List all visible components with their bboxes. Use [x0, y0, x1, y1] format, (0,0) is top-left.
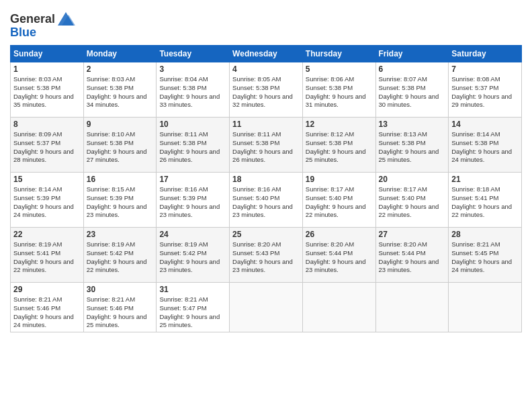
calendar-cell: 7Sunrise: 8:08 AMSunset: 5:37 PMDaylight… [449, 62, 522, 118]
day-number: 19 [306, 175, 373, 184]
day-number: 10 [159, 120, 226, 129]
cell-info: Sunrise: 8:16 AMSunset: 5:40 PMDaylight:… [232, 185, 300, 220]
cell-info: Sunrise: 8:17 AMSunset: 5:40 PMDaylight:… [379, 185, 446, 220]
cell-info: Sunrise: 8:21 AMSunset: 5:46 PMDaylight:… [87, 295, 154, 330]
logo-icon [56, 9, 75, 28]
calendar-cell: 23Sunrise: 8:19 AMSunset: 5:42 PMDayligh… [83, 228, 157, 283]
calendar-cell: 29Sunrise: 8:21 AMSunset: 5:46 PMDayligh… [11, 283, 84, 332]
calendar-cell: 15Sunrise: 8:14 AMSunset: 5:39 PMDayligh… [11, 173, 84, 228]
calendar-cell: 30Sunrise: 8:21 AMSunset: 5:46 PMDayligh… [83, 283, 157, 332]
day-number: 9 [87, 120, 154, 129]
day-number: 12 [306, 120, 373, 129]
calendar-cell: 27Sunrise: 8:20 AMSunset: 5:44 PMDayligh… [375, 228, 449, 283]
logo-general-text: General [10, 12, 55, 26]
calendar-cell: 17Sunrise: 8:16 AMSunset: 5:39 PMDayligh… [157, 173, 230, 228]
week-row-2: 8Sunrise: 8:09 AMSunset: 5:37 PMDaylight… [11, 118, 522, 173]
week-row-1: 1Sunrise: 8:03 AMSunset: 5:38 PMDaylight… [11, 62, 522, 118]
calendar-cell [449, 283, 522, 332]
weekday-header-row: SundayMondayTuesdayWednesdayThursdayFrid… [11, 46, 522, 62]
day-number: 2 [87, 64, 154, 74]
calendar-cell: 20Sunrise: 8:17 AMSunset: 5:40 PMDayligh… [375, 173, 449, 228]
day-number: 7 [451, 64, 519, 74]
day-number: 16 [87, 175, 154, 184]
calendar-cell [230, 283, 303, 332]
cell-info: Sunrise: 8:04 AMSunset: 5:38 PMDaylight:… [159, 75, 226, 109]
calendar-cell: 3Sunrise: 8:04 AMSunset: 5:38 PMDaylight… [157, 62, 230, 118]
calendar-cell [302, 283, 375, 332]
calendar-cell: 11Sunrise: 8:11 AMSunset: 5:38 PMDayligh… [230, 118, 303, 173]
calendar-cell: 31Sunrise: 8:21 AMSunset: 5:47 PMDayligh… [157, 283, 230, 332]
cell-info: Sunrise: 8:08 AMSunset: 5:37 PMDaylight:… [451, 75, 519, 109]
calendar-cell: 14Sunrise: 8:14 AMSunset: 5:38 PMDayligh… [449, 118, 522, 173]
cell-info: Sunrise: 8:03 AMSunset: 5:38 PMDaylight:… [87, 75, 154, 109]
cell-info: Sunrise: 8:15 AMSunset: 5:39 PMDaylight:… [87, 185, 154, 220]
week-row-3: 15Sunrise: 8:14 AMSunset: 5:39 PMDayligh… [11, 173, 522, 228]
calendar-cell: 25Sunrise: 8:20 AMSunset: 5:43 PMDayligh… [230, 228, 303, 283]
calendar-cell: 28Sunrise: 8:21 AMSunset: 5:45 PMDayligh… [449, 228, 522, 283]
week-row-4: 22Sunrise: 8:19 AMSunset: 5:41 PMDayligh… [11, 228, 522, 283]
weekday-header-saturday: Saturday [449, 46, 522, 62]
calendar-cell [375, 283, 449, 332]
logo: General Blue [10, 9, 75, 40]
day-number: 18 [232, 175, 300, 184]
day-number: 28 [451, 230, 519, 239]
calendar-cell: 21Sunrise: 8:18 AMSunset: 5:41 PMDayligh… [449, 173, 522, 228]
day-number: 13 [379, 120, 446, 129]
cell-info: Sunrise: 8:19 AMSunset: 5:42 PMDaylight:… [159, 240, 226, 275]
cell-info: Sunrise: 8:13 AMSunset: 5:38 PMDaylight:… [379, 130, 446, 165]
weekday-header-thursday: Thursday [302, 46, 375, 62]
weekday-header-friday: Friday [375, 46, 449, 62]
day-number: 23 [87, 230, 154, 239]
weekday-header-monday: Monday [83, 46, 157, 62]
calendar-cell: 19Sunrise: 8:17 AMSunset: 5:40 PMDayligh… [302, 173, 375, 228]
page-header: General Blue [10, 7, 522, 40]
calendar-cell: 2Sunrise: 8:03 AMSunset: 5:38 PMDaylight… [83, 62, 157, 118]
cell-info: Sunrise: 8:21 AMSunset: 5:46 PMDaylight:… [13, 295, 81, 330]
calendar-cell: 22Sunrise: 8:19 AMSunset: 5:41 PMDayligh… [11, 228, 84, 283]
calendar-cell: 18Sunrise: 8:16 AMSunset: 5:40 PMDayligh… [230, 173, 303, 228]
week-row-5: 29Sunrise: 8:21 AMSunset: 5:46 PMDayligh… [11, 283, 522, 332]
cell-info: Sunrise: 8:20 AMSunset: 5:44 PMDaylight:… [306, 240, 373, 275]
cell-info: Sunrise: 8:09 AMSunset: 5:37 PMDaylight:… [13, 130, 81, 165]
calendar-cell: 8Sunrise: 8:09 AMSunset: 5:37 PMDaylight… [11, 118, 84, 173]
cell-info: Sunrise: 8:16 AMSunset: 5:39 PMDaylight:… [159, 185, 226, 220]
calendar-cell: 10Sunrise: 8:11 AMSunset: 5:38 PMDayligh… [157, 118, 230, 173]
weekday-header-sunday: Sunday [11, 46, 84, 62]
calendar-cell: 16Sunrise: 8:15 AMSunset: 5:39 PMDayligh… [83, 173, 157, 228]
day-number: 24 [159, 230, 226, 239]
day-number: 11 [232, 120, 300, 129]
calendar-cell: 4Sunrise: 8:05 AMSunset: 5:38 PMDaylight… [230, 62, 303, 118]
cell-info: Sunrise: 8:10 AMSunset: 5:38 PMDaylight:… [87, 130, 154, 165]
cell-info: Sunrise: 8:07 AMSunset: 5:38 PMDaylight:… [379, 75, 446, 109]
cell-info: Sunrise: 8:03 AMSunset: 5:38 PMDaylight:… [13, 75, 81, 109]
calendar-cell: 26Sunrise: 8:20 AMSunset: 5:44 PMDayligh… [302, 228, 375, 283]
day-number: 27 [379, 230, 446, 239]
calendar-cell: 12Sunrise: 8:12 AMSunset: 5:38 PMDayligh… [302, 118, 375, 173]
cell-info: Sunrise: 8:11 AMSunset: 5:38 PMDaylight:… [232, 130, 300, 165]
day-number: 15 [13, 175, 81, 184]
calendar-cell: 24Sunrise: 8:19 AMSunset: 5:42 PMDayligh… [157, 228, 230, 283]
day-number: 31 [159, 285, 226, 294]
day-number: 20 [379, 175, 446, 184]
cell-info: Sunrise: 8:19 AMSunset: 5:42 PMDaylight:… [87, 240, 154, 275]
cell-info: Sunrise: 8:05 AMSunset: 5:38 PMDaylight:… [232, 75, 300, 109]
cell-info: Sunrise: 8:19 AMSunset: 5:41 PMDaylight:… [13, 240, 81, 275]
calendar-cell: 9Sunrise: 8:10 AMSunset: 5:38 PMDaylight… [83, 118, 157, 173]
cell-info: Sunrise: 8:17 AMSunset: 5:40 PMDaylight:… [306, 185, 373, 220]
cell-info: Sunrise: 8:21 AMSunset: 5:47 PMDaylight:… [159, 295, 226, 330]
cell-info: Sunrise: 8:18 AMSunset: 5:41 PMDaylight:… [451, 185, 519, 220]
calendar-cell: 1Sunrise: 8:03 AMSunset: 5:38 PMDaylight… [11, 62, 84, 118]
day-number: 21 [451, 175, 519, 184]
weekday-header-tuesday: Tuesday [157, 46, 230, 62]
day-number: 8 [13, 120, 81, 129]
day-number: 14 [451, 120, 519, 129]
day-number: 3 [159, 64, 226, 74]
cell-info: Sunrise: 8:12 AMSunset: 5:38 PMDaylight:… [306, 130, 373, 165]
cell-info: Sunrise: 8:14 AMSunset: 5:39 PMDaylight:… [13, 185, 81, 220]
calendar-cell: 5Sunrise: 8:06 AMSunset: 5:38 PMDaylight… [302, 62, 375, 118]
day-number: 22 [13, 230, 81, 239]
calendar-cell: 6Sunrise: 8:07 AMSunset: 5:38 PMDaylight… [375, 62, 449, 118]
cell-info: Sunrise: 8:21 AMSunset: 5:45 PMDaylight:… [451, 240, 519, 275]
cell-info: Sunrise: 8:06 AMSunset: 5:38 PMDaylight:… [306, 75, 373, 109]
calendar-cell: 13Sunrise: 8:13 AMSunset: 5:38 PMDayligh… [375, 118, 449, 173]
